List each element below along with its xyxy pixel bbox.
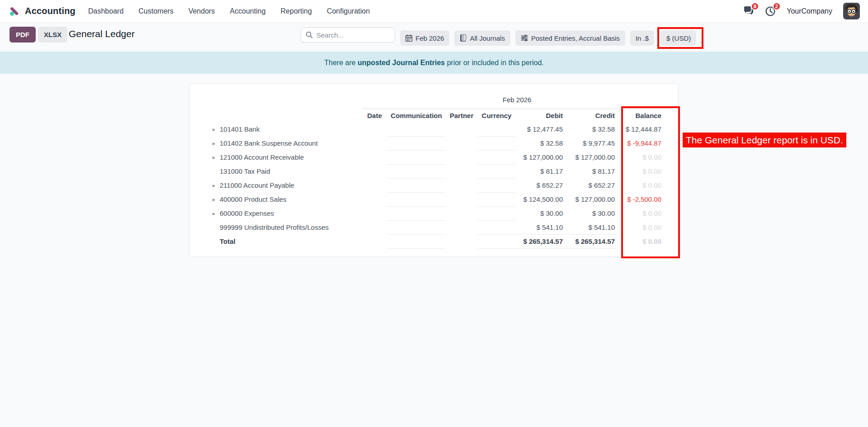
options-filter-label: Posted Entries, Accrual Basis xyxy=(531,34,620,42)
empty-cell xyxy=(446,136,477,150)
empty-cell xyxy=(197,109,362,122)
account-name-cell[interactable]: ▸400000 Product Sales xyxy=(197,192,362,206)
account-name-cell[interactable]: 131000 Tax Paid xyxy=(197,164,362,178)
empty-cell xyxy=(477,178,516,192)
account-name-cell[interactable]: ▸101402 Bank Suspense Account xyxy=(197,136,362,150)
messages-button[interactable]: 8 xyxy=(743,6,754,16)
xlsx-export-button[interactable]: XLSX xyxy=(38,27,67,43)
expand-caret-icon[interactable]: ▸ xyxy=(212,196,220,203)
menu-vendors[interactable]: Vendors xyxy=(188,5,216,18)
empty-cell xyxy=(362,206,387,220)
account-name-cell[interactable]: 999999 Undistributed Profits/Losses xyxy=(197,220,362,234)
credit-value: $ 127,000.00 xyxy=(566,150,618,164)
expand-caret-icon[interactable]: ▸ xyxy=(212,154,220,161)
credit-value: $ 32.58 xyxy=(566,122,618,136)
journal-book-icon xyxy=(460,34,467,42)
app-name: Accounting xyxy=(25,6,75,16)
debit-value: $ 652.27 xyxy=(516,178,566,192)
options-filter-button[interactable]: Posted Entries, Accrual Basis xyxy=(515,30,625,46)
balance-value: $ 0.00 xyxy=(618,206,672,220)
menu-reporting[interactable]: Reporting xyxy=(280,5,313,18)
sliders-icon xyxy=(521,34,528,42)
expand-caret-icon[interactable]: ▸ xyxy=(212,140,220,147)
period-filter-button[interactable]: Feb 2026 xyxy=(400,30,449,46)
total-credit-value: $ 265,314.57 xyxy=(566,234,618,248)
balance-value: $ 0.00 xyxy=(618,178,672,192)
credit-value: $ 652.27 xyxy=(566,178,618,192)
pdf-export-button[interactable]: PDF xyxy=(9,27,36,43)
apps-menu[interactable]: Accounting xyxy=(8,5,75,17)
account-name-cell[interactable]: ▸211000 Account Payable xyxy=(197,178,362,192)
company-switcher[interactable]: YourCompany xyxy=(787,7,832,15)
period-header-row: Feb 2026 xyxy=(197,91,672,109)
account-name: 121000 Account Receivable xyxy=(220,153,304,161)
empty-cell xyxy=(387,220,446,234)
activities-button[interactable]: 2 xyxy=(765,6,776,17)
table-row-total: Total $ 265,314.57 $ 265,314.57 $ 0.00 xyxy=(197,234,672,248)
empty-cell xyxy=(387,234,446,248)
menu-configuration[interactable]: Configuration xyxy=(326,5,371,18)
balance-value: $ 0.00 xyxy=(618,164,672,178)
search-bar[interactable] xyxy=(301,27,395,43)
col-header-currency: Currency xyxy=(477,109,516,122)
table-row-account: ▸121000 Account Receivable $ 127,000.00 … xyxy=(197,150,672,164)
table-row-account: ▸600000 Expenses $ 30.00 $ 30.00 $ 0.00 xyxy=(197,206,672,220)
empty-cell xyxy=(387,150,446,164)
col-header-communication: Communication xyxy=(387,109,446,122)
empty-cell xyxy=(477,136,516,150)
expand-caret-icon[interactable]: ▸ xyxy=(212,126,220,133)
period-header: Feb 2026 xyxy=(362,91,672,109)
table-row-account: 999999 Undistributed Profits/Losses $ 54… xyxy=(197,220,672,234)
search-icon xyxy=(306,31,313,38)
empty-cell xyxy=(362,164,387,178)
navbar-right: 8 2 YourCompany xyxy=(743,3,860,19)
total-balance-value: $ 0.00 xyxy=(618,234,672,248)
empty-cell xyxy=(387,206,446,220)
menu-dashboard[interactable]: Dashboard xyxy=(87,5,124,18)
expand-caret-icon[interactable]: ▸ xyxy=(212,182,220,189)
table-row-account: ▸101402 Bank Suspense Account $ 32.58 $ … xyxy=(197,136,672,150)
menu-customers[interactable]: Customers xyxy=(137,5,174,18)
account-name-cell[interactable]: ▸600000 Expenses xyxy=(197,206,362,220)
search-input[interactable] xyxy=(316,31,406,39)
empty-cell xyxy=(477,206,516,220)
empty-cell xyxy=(446,234,477,248)
currency-mode-button[interactable]: In .$ xyxy=(630,30,654,46)
balance-value: $ -9,944.87 xyxy=(618,136,672,150)
account-name-cell[interactable]: ▸121000 Account Receivable xyxy=(197,150,362,164)
credit-value: $ 9,977.45 xyxy=(566,136,618,150)
empty-cell xyxy=(362,150,387,164)
account-name: 211000 Account Payable xyxy=(220,181,294,189)
account-name: 999999 Undistributed Profits/Losses xyxy=(220,223,329,231)
currency-mode-label: In .$ xyxy=(636,34,649,42)
col-header-partner: Partner xyxy=(446,109,477,122)
currency-filter-button[interactable]: $ (USD) xyxy=(661,30,696,46)
odoo-accounting-logo-icon xyxy=(8,5,20,17)
unposted-entries-banner: There are unposted Journal Entries prior… xyxy=(0,52,868,74)
top-navbar: Accounting Dashboard Customers Vendors A… xyxy=(0,0,868,23)
general-ledger-card: Feb 2026 Date Communication Partner Curr… xyxy=(189,83,679,257)
account-name-cell[interactable]: ▸101401 Bank xyxy=(197,122,362,136)
menu-accounting[interactable]: Accounting xyxy=(229,5,266,18)
empty-cell xyxy=(387,136,446,150)
user-avatar[interactable] xyxy=(843,3,860,19)
table-row-account: 131000 Tax Paid $ 81.17 $ 81.17 $ 0.00 xyxy=(197,164,672,178)
empty-cell xyxy=(362,136,387,150)
account-name: 131000 Tax Paid xyxy=(220,167,270,175)
activities-badge: 2 xyxy=(773,2,781,10)
debit-value: $ 12,477.45 xyxy=(516,122,566,136)
empty-cell xyxy=(197,91,362,109)
debit-value: $ 124,500.00 xyxy=(516,192,566,206)
empty-cell xyxy=(362,192,387,206)
account-name: 600000 Expenses xyxy=(220,209,274,217)
account-name: 101402 Bank Suspense Account xyxy=(220,139,318,147)
expand-caret-icon[interactable]: ▸ xyxy=(212,210,220,217)
credit-value: $ 81.17 xyxy=(566,164,618,178)
debit-value: $ 30.00 xyxy=(516,206,566,220)
total-debit-value: $ 265,314.57 xyxy=(516,234,566,248)
journals-filter-button[interactable]: All Journals xyxy=(454,30,510,46)
balance-value: $ 0.00 xyxy=(618,150,672,164)
banner-text: There are unposted Journal Entries prior… xyxy=(324,59,544,67)
report-control-bar: PDF XLSX General Ledger xyxy=(0,23,868,47)
debit-value: $ 81.17 xyxy=(516,164,566,178)
